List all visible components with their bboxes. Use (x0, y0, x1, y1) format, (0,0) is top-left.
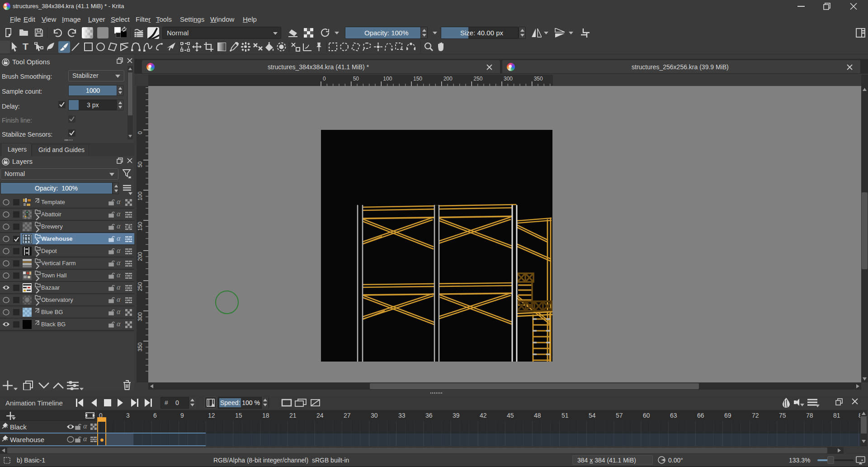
svg-text:50: 50 (353, 76, 359, 82)
svg-text:0: 0 (323, 76, 326, 82)
svg-text:50: 50 (137, 161, 143, 167)
svg-text:300: 300 (137, 312, 143, 321)
svg-text:200: 200 (137, 252, 143, 261)
svg-text:250: 250 (473, 76, 482, 82)
svg-text:350: 350 (137, 342, 143, 351)
svg-text:100: 100 (383, 76, 392, 82)
svg-text:200: 200 (443, 76, 453, 82)
svg-text:300: 300 (504, 76, 513, 82)
svg-text:150: 150 (137, 222, 143, 231)
svg-text:150: 150 (413, 76, 422, 82)
svg-text:250: 250 (137, 282, 143, 291)
svg-text:350: 350 (534, 76, 543, 82)
svg-text:100: 100 (137, 191, 143, 200)
svg-text:0: 0 (137, 131, 143, 134)
